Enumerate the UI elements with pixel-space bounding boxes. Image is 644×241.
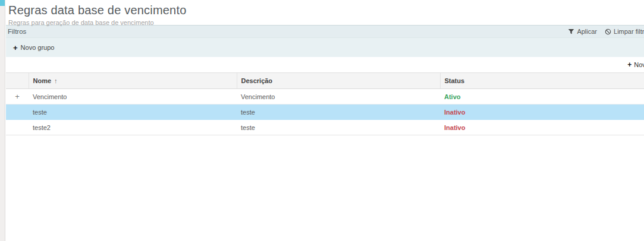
column-header-description-label: Descrição [241,77,273,84]
expander-cell [6,120,29,135]
column-header-status-label: Status [445,77,465,84]
table-row[interactable]: + Vencimento Vencimento Ativo [6,89,644,104]
column-header-expander [6,73,29,89]
column-header-name[interactable]: Nome↑ [29,73,237,89]
status-badge: Ativo [440,89,644,104]
status-badge: Inativo [440,104,644,120]
apply-filters-label: Aplicar [577,28,597,35]
page-header: Regras data base de vencimento Regras pa… [6,0,644,25]
corner-accent-block [0,0,5,6]
cell-name: teste2 [29,120,237,135]
plus-icon: + [627,61,632,68]
filters-actions: Aplicar Limpar filtros [568,28,644,35]
clear-filters-label: Limpar filtros [614,28,644,35]
table-row[interactable]: teste teste Inativo [6,104,644,120]
filter-panel: + Novo grupo [6,37,644,57]
expand-row-button[interactable]: + [6,89,29,104]
new-group-label: Novo grupo [21,44,55,51]
new-group-button[interactable]: + Novo grupo [13,44,54,52]
column-header-description[interactable]: Descrição [237,73,440,89]
clear-filter-icon [605,28,611,35]
main-content: Regras data base de vencimento Regras pa… [6,0,644,135]
table-header-row: Nome↑ Descrição Status [6,73,644,89]
filters-title: Filtros [8,28,26,35]
page-title: Regras data base de vencimento [8,4,644,17]
cell-name: Vencimento [29,89,237,104]
filters-bar: Filtros Aplicar Limpar filtros [6,25,644,37]
column-header-name-label: Nome [33,77,52,84]
status-badge: Inativo [440,120,644,135]
new-record-label: Novo [634,61,644,68]
cell-name: teste [29,104,237,120]
clear-filters-button[interactable]: Limpar filtros [605,28,644,35]
table-row[interactable]: teste2 teste Inativo [6,120,644,135]
filter-icon [568,28,574,35]
column-header-status[interactable]: Status [440,73,644,89]
left-gutter [0,0,5,241]
table-toolbar: + Novo [6,57,644,72]
cell-description: Vencimento [237,89,440,104]
rules-table: Nome↑ Descrição Status + Vencimento Venc… [6,72,644,135]
cell-description: teste [237,104,440,120]
apply-filters-button[interactable]: Aplicar [568,28,597,35]
plus-icon: + [13,44,18,52]
sort-asc-icon: ↑ [54,77,58,84]
cell-description: teste [237,120,440,135]
new-record-button[interactable]: + Novo [627,61,644,68]
expander-cell [6,104,29,120]
